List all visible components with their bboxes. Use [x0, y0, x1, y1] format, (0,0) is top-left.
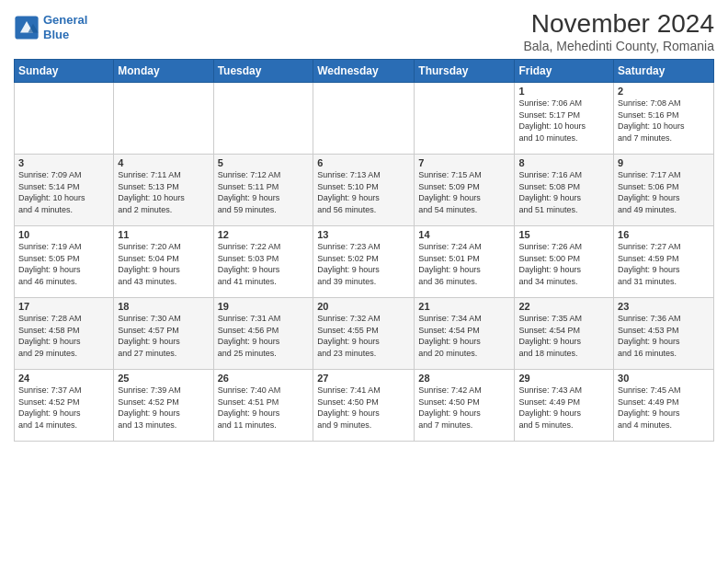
day-info: Sunrise: 7:39 AM Sunset: 4:52 PM Dayligh…: [118, 385, 209, 431]
weekday-header-row: SundayMondayTuesdayWednesdayThursdayFrid…: [15, 60, 714, 83]
day-number: 3: [18, 157, 109, 168]
day-info: Sunrise: 7:24 AM Sunset: 5:01 PM Dayligh…: [418, 241, 510, 287]
calendar-week-row: 24Sunrise: 7:37 AM Sunset: 4:52 PM Dayli…: [15, 370, 714, 442]
weekday-header-tuesday: Tuesday: [213, 60, 313, 83]
day-number: 21: [418, 301, 510, 312]
location-subtitle: Bala, Mehedinti County, Romania: [523, 39, 714, 53]
calendar-cell: 27Sunrise: 7:41 AM Sunset: 4:50 PM Dayli…: [313, 370, 415, 442]
calendar-cell: [213, 83, 313, 155]
day-number: 24: [18, 373, 109, 384]
day-number: 1: [518, 86, 609, 97]
day-info: Sunrise: 7:43 AM Sunset: 4:49 PM Dayligh…: [518, 385, 609, 431]
calendar-cell: 12Sunrise: 7:22 AM Sunset: 5:03 PM Dayli…: [213, 226, 313, 298]
day-info: Sunrise: 7:22 AM Sunset: 5:03 PM Dayligh…: [218, 241, 310, 287]
day-number: 13: [317, 229, 410, 240]
day-info: Sunrise: 7:41 AM Sunset: 4:50 PM Dayligh…: [317, 385, 410, 431]
logo-line1: General: [43, 13, 87, 27]
day-info: Sunrise: 7:37 AM Sunset: 4:52 PM Dayligh…: [18, 385, 109, 431]
calendar-cell: 3Sunrise: 7:09 AM Sunset: 5:14 PM Daylig…: [15, 155, 114, 226]
day-number: 22: [518, 301, 609, 312]
day-number: 30: [618, 373, 710, 384]
weekday-header-wednesday: Wednesday: [313, 60, 415, 83]
month-title: November 2024: [523, 9, 714, 39]
day-number: 16: [618, 229, 710, 240]
calendar-cell: [313, 83, 415, 155]
calendar-cell: 19Sunrise: 7:31 AM Sunset: 4:56 PM Dayli…: [213, 298, 313, 370]
calendar-cell: [415, 83, 515, 155]
calendar-cell: 13Sunrise: 7:23 AM Sunset: 5:02 PM Dayli…: [313, 226, 415, 298]
calendar-cell: 14Sunrise: 7:24 AM Sunset: 5:01 PM Dayli…: [415, 226, 515, 298]
calendar-table: SundayMondayTuesdayWednesdayThursdayFrid…: [14, 59, 714, 442]
calendar-cell: 6Sunrise: 7:13 AM Sunset: 5:10 PM Daylig…: [313, 155, 415, 226]
calendar-cell: 26Sunrise: 7:40 AM Sunset: 4:51 PM Dayli…: [213, 370, 313, 442]
day-info: Sunrise: 7:09 AM Sunset: 5:14 PM Dayligh…: [18, 169, 109, 215]
day-info: Sunrise: 7:35 AM Sunset: 4:54 PM Dayligh…: [518, 313, 609, 359]
day-info: Sunrise: 7:13 AM Sunset: 5:10 PM Dayligh…: [317, 169, 410, 215]
day-number: 17: [18, 301, 109, 312]
day-info: Sunrise: 7:20 AM Sunset: 5:04 PM Dayligh…: [118, 241, 209, 287]
weekday-header-saturday: Saturday: [614, 60, 714, 83]
day-number: 9: [618, 157, 710, 168]
calendar-cell: 29Sunrise: 7:43 AM Sunset: 4:49 PM Dayli…: [515, 370, 614, 442]
day-number: 6: [317, 157, 410, 168]
logo-icon: [14, 15, 40, 40]
calendar-week-row: 17Sunrise: 7:28 AM Sunset: 4:58 PM Dayli…: [15, 298, 714, 370]
calendar-cell: 30Sunrise: 7:45 AM Sunset: 4:49 PM Dayli…: [614, 370, 714, 442]
day-info: Sunrise: 7:12 AM Sunset: 5:11 PM Dayligh…: [218, 169, 310, 215]
calendar-cell: 10Sunrise: 7:19 AM Sunset: 5:05 PM Dayli…: [15, 226, 114, 298]
day-info: Sunrise: 7:31 AM Sunset: 4:56 PM Dayligh…: [218, 313, 310, 359]
logo-text: General Blue: [43, 13, 87, 41]
title-area: November 2024 Bala, Mehedinti County, Ro…: [523, 9, 714, 53]
calendar-cell: 2Sunrise: 7:08 AM Sunset: 5:16 PM Daylig…: [614, 83, 714, 155]
day-number: 19: [218, 301, 310, 312]
day-info: Sunrise: 7:34 AM Sunset: 4:54 PM Dayligh…: [418, 313, 510, 359]
day-number: 26: [218, 373, 310, 384]
weekday-header-sunday: Sunday: [15, 60, 114, 83]
day-number: 14: [418, 229, 510, 240]
calendar-cell: 15Sunrise: 7:26 AM Sunset: 5:00 PM Dayli…: [515, 226, 614, 298]
logo-line2: Blue: [43, 28, 69, 41]
calendar-cell: 8Sunrise: 7:16 AM Sunset: 5:08 PM Daylig…: [515, 155, 614, 226]
calendar-cell: 25Sunrise: 7:39 AM Sunset: 4:52 PM Dayli…: [114, 370, 213, 442]
calendar-cell: 4Sunrise: 7:11 AM Sunset: 5:13 PM Daylig…: [114, 155, 213, 226]
day-info: Sunrise: 7:16 AM Sunset: 5:08 PM Dayligh…: [518, 169, 609, 215]
day-number: 12: [218, 229, 310, 240]
day-info: Sunrise: 7:32 AM Sunset: 4:55 PM Dayligh…: [317, 313, 410, 359]
day-info: Sunrise: 7:30 AM Sunset: 4:57 PM Dayligh…: [118, 313, 209, 359]
day-info: Sunrise: 7:08 AM Sunset: 5:16 PM Dayligh…: [618, 98, 710, 144]
day-info: Sunrise: 7:42 AM Sunset: 4:50 PM Dayligh…: [418, 385, 510, 431]
day-info: Sunrise: 7:06 AM Sunset: 5:17 PM Dayligh…: [518, 98, 609, 144]
day-number: 20: [317, 301, 410, 312]
calendar-cell: 21Sunrise: 7:34 AM Sunset: 4:54 PM Dayli…: [415, 298, 515, 370]
day-info: Sunrise: 7:23 AM Sunset: 5:02 PM Dayligh…: [317, 241, 410, 287]
calendar-cell: 5Sunrise: 7:12 AM Sunset: 5:11 PM Daylig…: [213, 155, 313, 226]
calendar-cell: 7Sunrise: 7:15 AM Sunset: 5:09 PM Daylig…: [415, 155, 515, 226]
day-info: Sunrise: 7:28 AM Sunset: 4:58 PM Dayligh…: [18, 313, 109, 359]
day-number: 29: [518, 373, 609, 384]
day-number: 2: [618, 86, 710, 97]
calendar-week-row: 10Sunrise: 7:19 AM Sunset: 5:05 PM Dayli…: [15, 226, 714, 298]
weekday-header-thursday: Thursday: [415, 60, 515, 83]
calendar-week-row: 1Sunrise: 7:06 AM Sunset: 5:17 PM Daylig…: [15, 83, 714, 155]
day-number: 8: [518, 157, 609, 168]
logo: General Blue: [14, 13, 87, 41]
day-info: Sunrise: 7:27 AM Sunset: 4:59 PM Dayligh…: [618, 241, 710, 287]
page-container: General Blue November 2024 Bala, Mehedin…: [0, 0, 728, 451]
day-info: Sunrise: 7:40 AM Sunset: 4:51 PM Dayligh…: [218, 385, 310, 431]
day-info: Sunrise: 7:26 AM Sunset: 5:00 PM Dayligh…: [518, 241, 609, 287]
day-info: Sunrise: 7:36 AM Sunset: 4:53 PM Dayligh…: [618, 313, 710, 359]
day-info: Sunrise: 7:17 AM Sunset: 5:06 PM Dayligh…: [618, 169, 710, 215]
day-number: 18: [118, 301, 209, 312]
day-number: 28: [418, 373, 510, 384]
calendar-cell: 24Sunrise: 7:37 AM Sunset: 4:52 PM Dayli…: [15, 370, 114, 442]
day-number: 7: [418, 157, 510, 168]
day-number: 15: [518, 229, 609, 240]
day-number: 11: [118, 229, 209, 240]
day-number: 27: [317, 373, 410, 384]
calendar-week-row: 3Sunrise: 7:09 AM Sunset: 5:14 PM Daylig…: [15, 155, 714, 226]
weekday-header-friday: Friday: [515, 60, 614, 83]
calendar-cell: 16Sunrise: 7:27 AM Sunset: 4:59 PM Dayli…: [614, 226, 714, 298]
calendar-cell: 22Sunrise: 7:35 AM Sunset: 4:54 PM Dayli…: [515, 298, 614, 370]
calendar-cell: 9Sunrise: 7:17 AM Sunset: 5:06 PM Daylig…: [614, 155, 714, 226]
calendar-cell: [114, 83, 213, 155]
